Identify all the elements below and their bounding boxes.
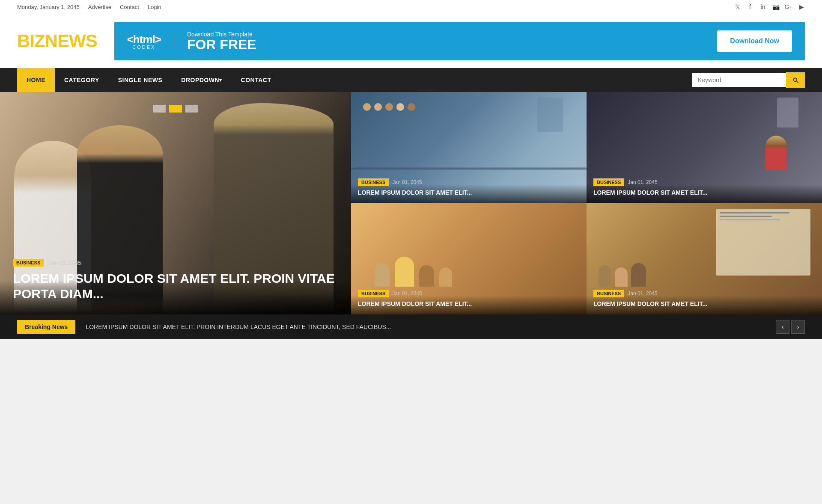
banner-html-logo: <html> CODEX (127, 33, 174, 50)
logo[interactable]: BIZNEWS (17, 31, 97, 51)
facebook-icon[interactable]: f (747, 3, 754, 10)
download-now-button[interactable]: Download Now (717, 30, 792, 52)
team-people (375, 257, 452, 287)
slide-dot-3[interactable] (185, 105, 198, 113)
news-card-1[interactable]: BUSINESS Jan 01, 2045 LOREM IPSUM DOLOR … (351, 92, 587, 203)
breaking-news-text: LOREM IPSUM DOLOR SIT AMET ELIT. PROIN I… (86, 323, 767, 330)
hero-meta: BUSINESS Jan 01, 2045 (13, 259, 338, 267)
whiteboard (716, 209, 810, 276)
slide-dot-2[interactable] (169, 105, 182, 113)
card-1-tag: BUSINESS (358, 178, 389, 186)
navbar: HOME CATEGORY SINGLE NEWS DROPDOWN CONTA… (0, 68, 822, 92)
card-2-tag: BUSINESS (593, 178, 624, 186)
breaking-news-label: Breaking News (17, 320, 75, 334)
wb-line-2 (720, 216, 772, 217)
card-4-date: Jan 01, 2045 (628, 291, 657, 296)
nav-links: HOME CATEGORY SINGLE NEWS DROPDOWN CONTA… (17, 68, 692, 92)
card-2-overlay: BUSINESS Jan 01, 2045 LOREM IPSUM DOLOR … (587, 172, 822, 203)
youtube-icon[interactable]: ▶ (798, 3, 805, 10)
breaking-prev-button[interactable]: ‹ (776, 320, 789, 334)
card-3-date: Jan 01, 2045 (392, 291, 422, 296)
card-1-meta: BUSINESS Jan 01, 2045 (358, 178, 580, 186)
hero-overlay: BUSINESS Jan 01, 2045 LOREM IPSUM DOLOR … (0, 246, 351, 314)
contact-link[interactable]: Contact (120, 4, 139, 10)
news-card-4[interactable]: BUSINESS Jan 01, 2045 LOREM IPSUM DOLOR … (587, 203, 822, 314)
person-head-b (374, 103, 382, 111)
nav-search (692, 72, 805, 88)
person-head-d (396, 103, 404, 111)
news-card-2[interactable]: BUSINESS Jan 01, 2045 LOREM IPSUM DOLOR … (587, 92, 822, 203)
nav-single-news[interactable]: SINGLE NEWS (109, 68, 172, 92)
banner-ad: <html> CODEX Download This Template FOR … (114, 22, 805, 60)
logo-suffix: NEWS (45, 31, 97, 51)
header: BIZNEWS <html> CODEX Download This Templ… (0, 14, 822, 68)
search-input[interactable] (692, 73, 786, 87)
breaking-news-nav: ‹ › (776, 320, 805, 334)
wb-line-1 (720, 212, 789, 213)
card-2-meta: BUSINESS Jan 01, 2045 (593, 178, 815, 186)
card-1-overlay: BUSINESS Jan 01, 2045 LOREM IPSUM DOLOR … (351, 172, 587, 203)
card-3-overlay: BUSINESS Jan 01, 2045 LOREM IPSUM DOLOR … (351, 283, 587, 314)
nav-dropdown[interactable]: DROPDOWN (172, 68, 231, 92)
hero-date: Jan 01, 2045 (49, 260, 81, 266)
card-4-title: LOREM IPSUM DOLOR SIT AMET ELIT... (593, 300, 815, 308)
card-2-person (765, 136, 787, 170)
advertise-link[interactable]: Advertise (88, 4, 111, 10)
card-4-tag: BUSINESS (593, 290, 624, 297)
news-grid: BUSINESS Jan 01, 2045 LOREM IPSUM DOLOR … (351, 92, 822, 314)
news-card-3[interactable]: BUSINESS Jan 01, 2045 LOREM IPSUM DOLOR … (351, 203, 587, 314)
instagram-icon[interactable]: 📷 (772, 3, 779, 10)
banner-subtext: Download This Template (187, 31, 717, 38)
search-icon (792, 77, 799, 83)
meeting-people-group (363, 103, 415, 111)
search-button[interactable] (786, 72, 805, 88)
slide-dot-1[interactable] (153, 105, 166, 113)
card-2-title: LOREM IPSUM DOLOR SIT AMET ELIT... (593, 189, 815, 196)
breaking-news-bar: Breaking News LOREM IPSUM DOLOR SIT AMET… (0, 314, 822, 339)
card-1-date: Jan 01, 2045 (392, 179, 422, 185)
linkedin-icon[interactable]: in (759, 3, 766, 10)
meeting-table (351, 167, 587, 169)
hero-tag: BUSINESS (13, 259, 44, 267)
hero-slider[interactable]: BUSINESS Jan 01, 2045 LOREM IPSUM DOLOR … (0, 92, 351, 314)
breaking-next-button[interactable]: › (791, 320, 805, 334)
card-2-date: Jan 01, 2045 (628, 179, 657, 185)
nav-category[interactable]: CATEGORY (55, 68, 109, 92)
logo-brand: BIZ (17, 31, 45, 51)
banner-text: Download This Template FOR FREE (187, 31, 717, 51)
nav-contact[interactable]: CONTACT (232, 68, 281, 92)
top-bar: Monday, January 1, 2045 Advertise Contac… (0, 0, 822, 14)
person-head-c (385, 103, 393, 111)
twitter-icon[interactable]: 𝕏 (734, 3, 741, 10)
top-bar-social: 𝕏 f in 📷 G+ ▶ (734, 3, 805, 10)
main-content: BUSINESS Jan 01, 2045 LOREM IPSUM DOLOR … (0, 92, 822, 314)
card-4-meta: BUSINESS Jan 01, 2045 (593, 290, 815, 297)
codex-text: CODEX (132, 44, 155, 50)
nav-home[interactable]: HOME (17, 68, 55, 92)
team-person-2 (395, 257, 414, 287)
date-label: Monday, January 1, 2045 (17, 4, 80, 10)
card-1-title: LOREM IPSUM DOLOR SIT AMET ELIT... (358, 189, 580, 196)
slide-indicators (153, 105, 198, 113)
card-3-meta: BUSINESS Jan 01, 2045 (358, 290, 580, 297)
banner-main-text: FOR FREE (187, 37, 256, 52)
card-3-tag: BUSINESS (358, 290, 389, 297)
hero-title: LOREM IPSUM DOLOR SIT AMET ELIT. PROIN V… (13, 271, 338, 302)
card-2-board (777, 98, 798, 127)
person-head-a (363, 103, 371, 111)
google-plus-icon[interactable]: G+ (785, 3, 792, 10)
person-head-e (408, 103, 415, 111)
login-link[interactable]: Login (148, 4, 161, 10)
wb-line-3 (720, 219, 781, 220)
card-4-overlay: BUSINESS Jan 01, 2045 LOREM IPSUM DOLOR … (587, 283, 822, 314)
card-3-title: LOREM IPSUM DOLOR SIT AMET ELIT... (358, 300, 580, 308)
presentation-board (537, 98, 563, 132)
top-bar-left: Monday, January 1, 2045 Advertise Contac… (17, 4, 161, 10)
